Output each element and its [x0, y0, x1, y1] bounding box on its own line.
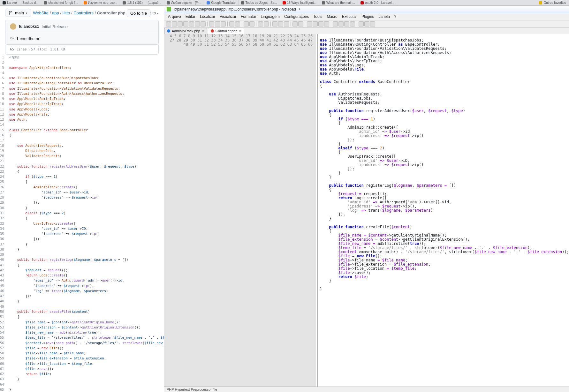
indent-guide-button[interactable] [284, 21, 289, 26]
code-line[interactable]: public function registerLog($logname, $p… [7, 257, 164, 262]
line-number[interactable]: 15 [0, 127, 7, 132]
code-line[interactable]: UserIpTrack::create([ [7, 221, 164, 226]
menu-item[interactable]: Configurações [282, 14, 311, 19]
code-line[interactable]: elseif ($type === 2) [7, 210, 164, 215]
code-line[interactable]: use App\Models\File; [7, 112, 164, 117]
line-number[interactable]: 34 [0, 226, 7, 231]
browser-tab[interactable]: Laravel — Backup d... [0, 0, 41, 5]
code-line[interactable]: use Illuminate\Foundation\Auth\Access\Au… [7, 91, 164, 96]
p3-button[interactable] [344, 21, 349, 26]
npp-toolbar[interactable] [164, 20, 569, 28]
code-line[interactable]: $file_new_name = md5(microtime(true)); [7, 330, 164, 335]
playback-button[interactable] [324, 21, 329, 26]
contributors-row[interactable]: 1 contributor [5, 33, 158, 44]
code-line[interactable] [7, 138, 164, 143]
github-code[interactable]: 1<?php23namespace App\Http\Controllers;4… [0, 55, 164, 392]
code-line[interactable]: public function registerAddressUser($use… [7, 164, 164, 169]
code-line[interactable]: $file->file_name = $file_name; [7, 351, 164, 356]
line-number[interactable]: 26 [0, 185, 7, 190]
line-number[interactable]: 39 [0, 252, 7, 257]
breadcrumb-link[interactable]: Http [62, 11, 70, 15]
menu-item[interactable]: Formatar [239, 14, 258, 19]
line-number[interactable]: 42 [0, 268, 7, 273]
line-number[interactable]: 59 [0, 356, 7, 361]
code-line[interactable]: } [7, 247, 164, 252]
wrap-button[interactable] [272, 21, 277, 26]
browser-tab[interactable]: Изучение протоко... [81, 0, 120, 5]
line-number[interactable]: 28 [0, 195, 7, 200]
line-number[interactable]: 49 [0, 304, 7, 309]
menu-item[interactable]: Executar [340, 14, 359, 19]
code-line[interactable]: $file->file_location = $temp_file; [7, 361, 164, 366]
line-number[interactable]: 50 [0, 309, 7, 314]
zoom-out-button[interactable] [264, 21, 269, 26]
code-line[interactable] [7, 70, 164, 75]
line-number[interactable]: 46 [0, 288, 7, 293]
line-number[interactable]: 2 [0, 60, 7, 65]
fold-button[interactable] [292, 21, 298, 26]
code-line[interactable]: $file->save(); [7, 366, 164, 371]
branch-selector[interactable]: main ▾ [5, 9, 31, 17]
line-number[interactable]: 44 [0, 278, 7, 283]
code-line[interactable]: } [7, 376, 164, 381]
close-button[interactable] [189, 21, 194, 26]
play-button[interactable] [313, 21, 318, 26]
code-line[interactable]: } [7, 242, 164, 247]
browser-tab[interactable]: cheatsheet for git-fl... [41, 0, 81, 5]
p1-button[interactable] [333, 21, 338, 26]
save-button[interactable] [178, 21, 183, 26]
menu-item[interactable]: Linguagem [259, 14, 282, 19]
line-number[interactable]: 61 [0, 366, 7, 371]
code-line[interactable]: } [7, 298, 164, 304]
code-line[interactable]: 'user_id' => $user->ID, [7, 226, 164, 231]
menu-item[interactable]: Localizar [198, 14, 217, 19]
p5-button[interactable] [359, 21, 364, 26]
line-number[interactable]: 25 [0, 179, 7, 184]
code-line[interactable] [7, 122, 164, 127]
code-line[interactable]: ]); [7, 236, 164, 241]
line-number[interactable]: 40 [0, 257, 7, 262]
browser-tab[interactable]: Todos os Jogos - Sa... [239, 0, 280, 5]
browser-tab[interactable]: 15 Ways Intelligent... [280, 0, 319, 5]
code-line[interactable]: use Illuminate\Foundation\Bus\Dispatches… [7, 75, 164, 80]
code-line[interactable]: ]); [7, 200, 164, 205]
code-line[interactable]: use Auth; [7, 117, 164, 122]
replace-button[interactable] [249, 21, 254, 26]
code-line[interactable]: 'ipaddress' => $request->ip() [7, 195, 164, 200]
p4-button[interactable] [350, 21, 355, 26]
line-number[interactable]: 62 [0, 371, 7, 376]
line-number[interactable]: 52 [0, 320, 7, 325]
line-number[interactable]: 37 [0, 242, 7, 247]
line-number[interactable]: 13 [0, 117, 7, 122]
editor-tab[interactable]: AdminIpTrack.php✕ [164, 28, 207, 34]
code-line[interactable]: { [7, 179, 164, 184]
browser-tab[interactable]: Любая версия - [Fr... [164, 0, 204, 5]
line-number[interactable]: 57 [0, 345, 7, 351]
code-line[interactable]: ]); [7, 293, 164, 298]
menu-item[interactable]: Janela [376, 14, 391, 19]
code-line[interactable] [7, 304, 164, 309]
code-line[interactable]: 'ipaddress' => $request->ip(), [7, 283, 164, 288]
menu-item[interactable]: Visualizar [218, 14, 238, 19]
rec-button[interactable] [307, 21, 312, 26]
line-number[interactable]: 6 [0, 80, 7, 86]
code-line[interactable] [7, 382, 164, 387]
line-number[interactable]: 58 [0, 351, 7, 356]
line-number[interactable]: 19 [0, 148, 7, 153]
line-number[interactable]: 30 [0, 205, 7, 210]
find-button[interactable] [244, 21, 249, 26]
code-line[interactable]: { [7, 314, 164, 319]
browser-tab[interactable]: Google Translate [204, 0, 238, 5]
paste-button[interactable] [221, 21, 226, 26]
line-number[interactable]: 64 [0, 382, 7, 387]
line-number[interactable]: 3 [0, 65, 7, 70]
code-line[interactable]: $file->file_extension = $file_extension; [7, 356, 164, 361]
new-button[interactable] [166, 21, 171, 26]
line-number[interactable]: 56 [0, 340, 7, 345]
line-number[interactable]: 11 [0, 107, 7, 112]
code-line[interactable]: { [7, 262, 164, 268]
line-number[interactable]: 14 [0, 122, 7, 127]
open-button[interactable] [172, 21, 177, 26]
close-tab-icon[interactable]: ✕ [239, 29, 241, 33]
code-line[interactable]: class Controller extends BaseController [7, 127, 164, 132]
